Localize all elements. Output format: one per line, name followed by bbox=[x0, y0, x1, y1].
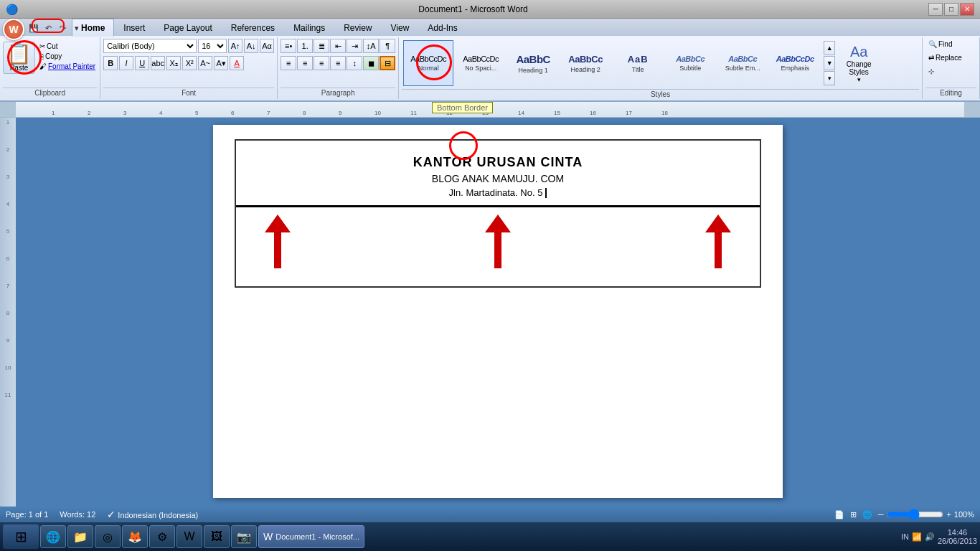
tab-mailings[interactable]: Mailings bbox=[284, 19, 334, 36]
style-subtitle[interactable]: AaBbCc Subtitle bbox=[665, 40, 715, 86]
styles-more[interactable]: ▾ bbox=[824, 71, 835, 85]
minimize-button[interactable]: ─ bbox=[928, 3, 943, 16]
justify-button[interactable]: ≡ bbox=[330, 56, 346, 70]
ribbon-content: 📋 Paste ✂ Cut ⎘ Copy 🖌 Format Painter bbox=[0, 36, 980, 100]
copy-label: Copy bbox=[45, 52, 62, 60]
tab-view[interactable]: View bbox=[382, 19, 419, 36]
copy-button[interactable]: ⎘ Copy bbox=[38, 52, 97, 61]
tab-references[interactable]: References bbox=[222, 19, 284, 36]
style-subtle-emphasis[interactable]: AaBbCc Subtle Em... bbox=[717, 40, 768, 86]
tab-review[interactable]: Review bbox=[334, 19, 381, 36]
taskbar-word[interactable]: W bbox=[176, 525, 202, 548]
style-no-spacing-label: No Spaci... bbox=[465, 65, 496, 72]
styles-scroll-down[interactable]: ▼ bbox=[824, 56, 835, 70]
style-title[interactable]: AaB Title bbox=[613, 40, 663, 86]
highlight-color-button[interactable]: A▾ bbox=[214, 56, 228, 70]
taskbar-explorer[interactable]: 📁 bbox=[67, 525, 93, 548]
font-color-button[interactable]: A bbox=[230, 56, 244, 70]
taskbar-ie[interactable]: 🌐 bbox=[40, 525, 66, 548]
multilevel-list-button[interactable]: ≣ bbox=[314, 39, 329, 53]
taskbar-misc1[interactable]: ⚙ bbox=[149, 525, 175, 548]
taskbar-misc2[interactable]: 🖼 bbox=[204, 525, 230, 548]
style-normal[interactable]: AaBbCcDc Normal bbox=[403, 40, 453, 86]
styles-content: AaBbCcDc Normal AaBbCcDc No Spaci... AaB… bbox=[402, 39, 919, 88]
view-full-icon[interactable]: ⊞ bbox=[850, 510, 857, 519]
styles-scroll-up[interactable]: ▲ bbox=[824, 41, 835, 55]
font-grow-button[interactable]: A↑ bbox=[228, 39, 242, 53]
font-row1: Calibri (Body) 16 A↑ A↓ Aα bbox=[103, 39, 274, 53]
zoom-slider[interactable] bbox=[886, 509, 943, 520]
taskbar-word-icon: W bbox=[263, 531, 273, 542]
style-no-spacing[interactable]: AaBbCcDc No Spaci... bbox=[456, 40, 506, 86]
taskbar-firefox[interactable]: 🦊 bbox=[122, 525, 148, 548]
title-bar: 🔵 Document1 - Microsoft Word ─ □ ✕ bbox=[0, 0, 980, 19]
cut-icon: ✂ bbox=[39, 42, 45, 50]
office-logo: W bbox=[9, 24, 18, 35]
arrow-shaft-right bbox=[715, 232, 722, 268]
font-size-select[interactable]: 16 bbox=[198, 39, 227, 53]
paragraph-group: ≡• 1. ≣ ⇤ ⇥ ↕A ¶ ≡ ≡ ≡ ≡ ↕ ◼ ⊟ bbox=[278, 37, 399, 99]
align-left-button[interactable]: ≡ bbox=[281, 56, 296, 70]
format-painter-button[interactable]: 🖌 Format Painter bbox=[38, 62, 97, 71]
select-button[interactable]: ⊹ bbox=[925, 66, 938, 77]
change-styles-button[interactable]: Aa Change Styles ▾ bbox=[837, 42, 880, 85]
bullets-button[interactable]: ≡• bbox=[281, 39, 296, 53]
bold-button[interactable]: B bbox=[103, 56, 118, 70]
select-icon: ⊹ bbox=[928, 67, 934, 75]
time-display: 14:46 26/06/2013 bbox=[938, 528, 977, 545]
subscript-button[interactable]: X₂ bbox=[166, 56, 181, 70]
borders-button[interactable]: ⊟ bbox=[380, 56, 395, 70]
shading-button[interactable]: ◼ bbox=[363, 56, 379, 70]
find-button[interactable]: 🔍 Find bbox=[925, 39, 955, 50]
start-button[interactable]: ⊞ bbox=[3, 524, 39, 549]
qa-dropdown[interactable]: ▾ bbox=[70, 22, 83, 34]
office-button[interactable]: W bbox=[3, 19, 24, 40]
style-heading1[interactable]: AaBbC Heading 1 bbox=[508, 40, 558, 86]
line-spacing-button[interactable]: ↕ bbox=[347, 56, 362, 70]
show-formatting-button[interactable]: ¶ bbox=[380, 39, 395, 53]
decrease-indent-button[interactable]: ⇤ bbox=[330, 39, 346, 53]
style-heading2[interactable]: AaBbCc Heading 2 bbox=[560, 40, 611, 86]
numbering-button[interactable]: 1. bbox=[297, 39, 313, 53]
maximize-button[interactable]: □ bbox=[944, 3, 958, 16]
undo-qa-button[interactable]: ↶ bbox=[42, 22, 55, 34]
font-family-select[interactable]: Calibri (Body) bbox=[103, 39, 197, 53]
styles-group: AaBbCcDc Normal AaBbCcDc No Spaci... AaB… bbox=[399, 37, 923, 99]
clear-format-button[interactable]: Aα bbox=[260, 39, 274, 53]
align-center-button[interactable]: ≡ bbox=[297, 56, 313, 70]
style-emphasis[interactable]: AaBbCcDc Emphasis bbox=[770, 40, 820, 86]
increase-indent-button[interactable]: ⇥ bbox=[347, 39, 362, 53]
zoom-out-icon[interactable]: ─ bbox=[878, 510, 884, 519]
taskbar-word-app[interactable]: W Document1 - Microsof... bbox=[258, 525, 364, 548]
clipboard-group-label: Clipboard bbox=[3, 88, 97, 98]
sort-button[interactable]: ↕A bbox=[363, 39, 379, 53]
tab-page-layout[interactable]: Page Layout bbox=[154, 19, 221, 36]
view-web-icon[interactable]: 🌐 bbox=[862, 510, 872, 519]
tab-insert[interactable]: Insert bbox=[114, 19, 154, 36]
left-ruler: 1 2 3 4 5 6 7 8 9 10 11 bbox=[0, 118, 16, 537]
close-button[interactable]: ✕ bbox=[960, 3, 974, 16]
taskbar-network-icon: 📶 bbox=[912, 532, 922, 542]
redo-qa-button[interactable]: ↷ bbox=[56, 22, 69, 34]
italic-button[interactable]: I bbox=[119, 56, 133, 70]
align-right-button[interactable]: ≡ bbox=[314, 56, 329, 70]
tab-add-ins[interactable]: Add-Ins bbox=[418, 19, 466, 36]
cut-button[interactable]: ✂ Cut bbox=[38, 42, 97, 51]
zoom-in-icon[interactable]: + bbox=[946, 510, 951, 519]
strikethrough-button[interactable]: abc bbox=[151, 56, 165, 70]
superscript-button[interactable]: X² bbox=[182, 56, 197, 70]
paste-button[interactable]: 📋 Paste bbox=[3, 42, 35, 74]
style-title-preview: AaB bbox=[628, 54, 649, 65]
font-shrink-button[interactable]: A↓ bbox=[244, 39, 258, 53]
text-effect-button[interactable]: A~ bbox=[198, 56, 212, 70]
view-print-icon[interactable]: 📄 bbox=[834, 510, 844, 519]
zoom-control[interactable]: ─ + 100% bbox=[878, 509, 974, 520]
taskbar-misc3[interactable]: 📷 bbox=[231, 525, 257, 548]
clock-date: 26/06/2013 bbox=[938, 537, 977, 545]
document-scroll-area[interactable]: KANTOR URUSAN CINTA BLOG ANAK MAMUJU. CO… bbox=[16, 118, 980, 537]
taskbar-chrome[interactable]: ◎ bbox=[95, 525, 121, 548]
underline-button[interactable]: U bbox=[135, 56, 149, 70]
style-heading2-preview: AaBbCc bbox=[568, 54, 603, 65]
replace-button[interactable]: ⇄ Replace bbox=[925, 52, 965, 63]
save-qa-button[interactable]: 💾 bbox=[27, 22, 40, 34]
